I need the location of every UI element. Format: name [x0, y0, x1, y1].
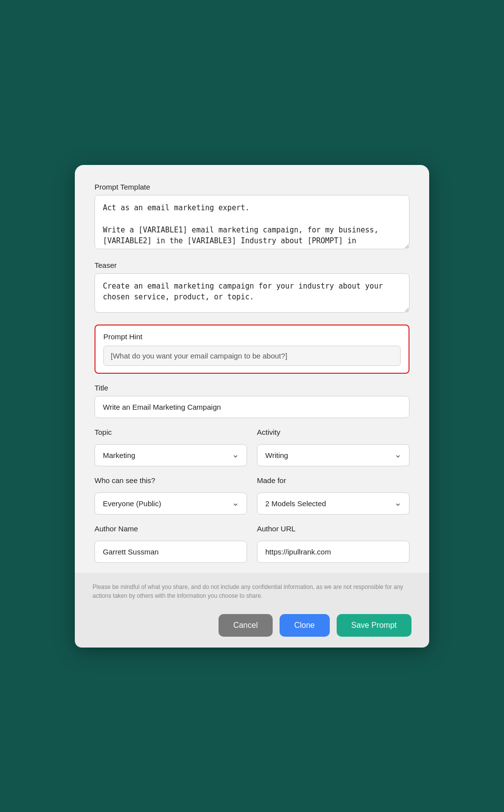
author-name-input[interactable]	[94, 541, 247, 563]
teaser-label: Teaser	[94, 261, 410, 269]
modal-container: Prompt Template Act as an email marketin…	[75, 165, 429, 648]
author-name-label: Author Name	[94, 524, 247, 533]
visibility-label: Who can see this?	[94, 476, 247, 485]
prompt-hint-label: Prompt Hint	[103, 332, 401, 341]
modal-overlay: Prompt Template Act as an email marketin…	[0, 0, 504, 812]
footer-area: Please be mindful of what you share, and…	[75, 573, 429, 648]
author-url-col: Author URL	[257, 524, 410, 563]
teaser-input[interactable]: Create an email marketing campaign for y…	[94, 273, 410, 313]
title-section: Title	[94, 384, 410, 418]
visibility-select[interactable]: Everyone (Public)	[94, 492, 247, 515]
topic-select-wrapper: Marketing	[94, 444, 247, 466]
topic-activity-row: Topic Marketing Activity Writing	[94, 428, 410, 466]
prompt-template-section: Prompt Template Act as an email marketin…	[94, 183, 410, 251]
made-for-col: Made for 2 Models Selected	[257, 476, 410, 515]
footer-buttons: Cancel Clone Save Prompt	[93, 612, 411, 637]
visibility-col: Who can see this? Everyone (Public)	[94, 476, 247, 515]
prompt-hint-section: Prompt Hint	[94, 325, 410, 374]
save-prompt-button[interactable]: Save Prompt	[337, 614, 411, 637]
prompt-hint-input[interactable]	[103, 346, 401, 366]
author-url-input[interactable]	[257, 541, 410, 563]
activity-col: Activity Writing	[257, 428, 410, 466]
activity-label: Activity	[257, 428, 410, 436]
made-for-label: Made for	[257, 476, 410, 485]
prompt-template-label: Prompt Template	[94, 183, 410, 191]
title-input[interactable]	[94, 396, 410, 418]
disclaimer-text: Please be mindful of what you share, and…	[93, 583, 411, 600]
topic-select[interactable]: Marketing	[94, 444, 247, 466]
topic-col: Topic Marketing	[94, 428, 247, 466]
clone-button[interactable]: Clone	[280, 614, 330, 637]
made-for-select[interactable]: 2 Models Selected	[257, 492, 410, 515]
cancel-button[interactable]: Cancel	[219, 614, 273, 637]
teaser-section: Teaser Create an email marketing campaig…	[94, 261, 410, 315]
author-url-label: Author URL	[257, 524, 410, 533]
made-for-select-wrapper: 2 Models Selected	[257, 492, 410, 515]
visibility-select-wrapper: Everyone (Public)	[94, 492, 247, 515]
visibility-made-for-row: Who can see this? Everyone (Public) Made…	[94, 476, 410, 515]
title-label: Title	[94, 384, 410, 392]
activity-select[interactable]: Writing	[257, 444, 410, 466]
author-row: Author Name Author URL	[94, 524, 410, 563]
prompt-template-input[interactable]: Act as an email marketing expert. Write …	[94, 195, 410, 249]
topic-label: Topic	[94, 428, 247, 436]
author-name-col: Author Name	[94, 524, 247, 563]
activity-select-wrapper: Writing	[257, 444, 410, 466]
